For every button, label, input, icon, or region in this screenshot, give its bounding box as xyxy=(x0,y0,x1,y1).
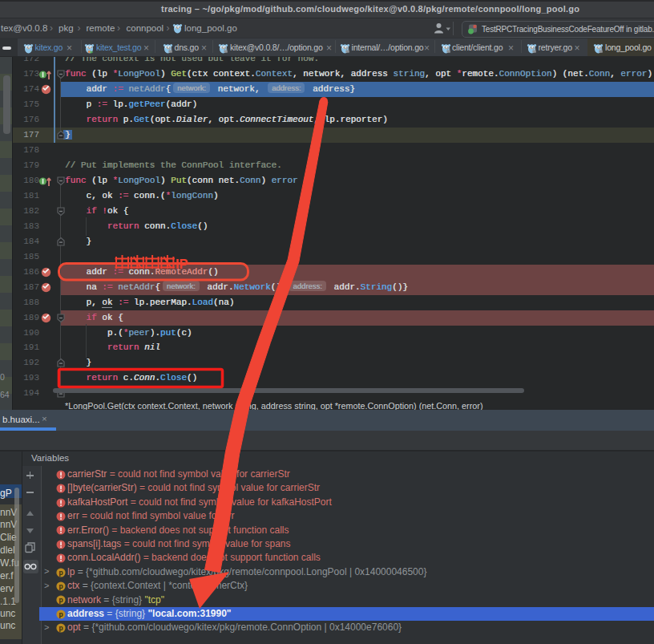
svg-text:p: p xyxy=(59,596,63,604)
svg-text:p: p xyxy=(59,624,63,632)
svg-text:p: p xyxy=(59,569,63,577)
svg-text:p: p xyxy=(59,582,63,590)
svg-text:p: p xyxy=(59,610,63,618)
